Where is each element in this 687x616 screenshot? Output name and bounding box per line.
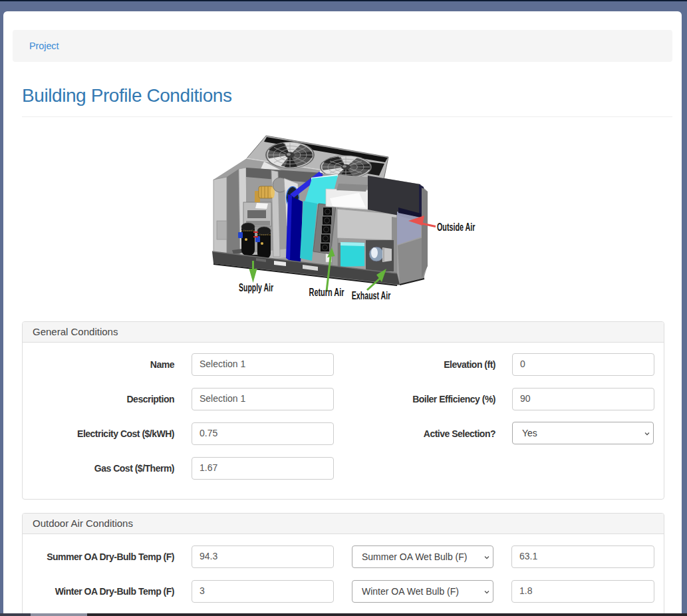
svg-text:Outside Air: Outside Air: [437, 222, 476, 233]
svg-text:Supply Air: Supply Air: [239, 282, 273, 293]
svg-text:Exhaust Air: Exhaust Air: [352, 290, 391, 301]
svg-text:Return Air: Return Air: [309, 287, 344, 298]
